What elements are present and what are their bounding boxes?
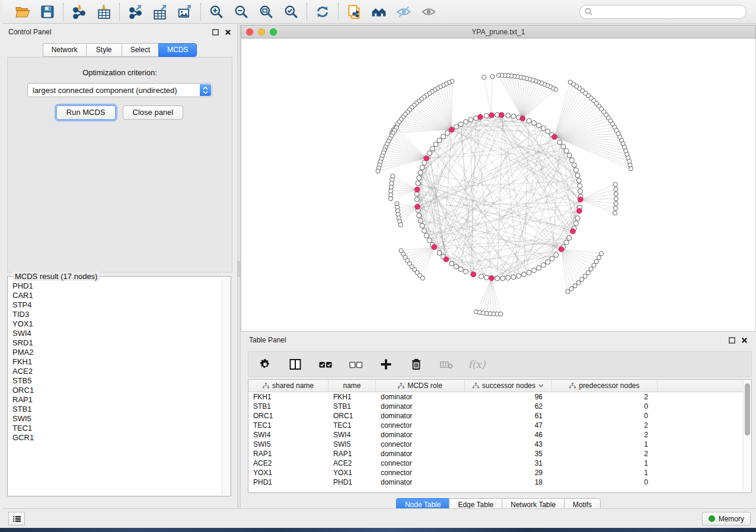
result-list-item[interactable]: ACE2 (12, 367, 222, 376)
export-image-icon[interactable] (177, 4, 193, 20)
result-list-item[interactable]: SWI5 (12, 414, 222, 424)
table-scrollbar[interactable] (743, 380, 751, 492)
cell-mcds_role: dominator (376, 478, 465, 486)
show-column-icon[interactable] (288, 357, 302, 371)
cell-predecessor_nodes: 0 (552, 478, 658, 486)
result-list-item[interactable]: PHD1 (12, 281, 222, 291)
column-header-MCDS-role[interactable]: MCDS role (376, 380, 465, 392)
node-table-rows[interactable]: FKH1FKH1dominator962STB1STB1dominator620… (248, 392, 743, 492)
run-mcds-button[interactable]: Run MCDS (56, 105, 116, 120)
zoom-fit-icon[interactable] (258, 4, 275, 20)
zoom-in-icon[interactable] (208, 4, 225, 20)
table-row[interactable]: ACE2ACE2connector311 (248, 459, 743, 468)
settings-gear-icon[interactable] (258, 357, 272, 371)
import-table-icon[interactable] (95, 4, 112, 20)
mcds-panel: Optimization criterion: largest connecte… (7, 57, 232, 273)
refresh-view-icon[interactable] (314, 4, 331, 20)
export-network-icon[interactable] (127, 4, 143, 20)
open-file-icon[interactable] (14, 4, 31, 20)
table-row[interactable]: FKH1FKH1dominator962 (248, 392, 743, 402)
tab-style[interactable]: Style (86, 43, 122, 57)
cell-name: ACE2 (328, 459, 376, 467)
result-list-item[interactable]: GCR1 (12, 433, 222, 443)
status-bar: Memory (2, 508, 756, 528)
zoom-selected-icon[interactable] (283, 4, 299, 20)
network-window: YPA_prune.txt_1 (241, 25, 756, 332)
result-list-item[interactable]: FKH1 (12, 357, 222, 367)
cell-predecessor_nodes: 1 (552, 469, 658, 477)
cell-successor_nodes: 43 (465, 440, 552, 448)
table-row[interactable]: SWI4SWI4dominator462 (248, 430, 743, 440)
column-header-predecessor-nodes[interactable]: predecessor nodes (552, 380, 658, 392)
node-table-header[interactable]: shared namenameMCDS rolesuccessor nodesp… (248, 380, 751, 392)
column-header-name[interactable]: name (328, 380, 376, 392)
delete-column-icon[interactable] (409, 357, 423, 371)
import-network-icon[interactable] (71, 4, 87, 20)
tab-select[interactable]: Select (122, 43, 158, 57)
table-row[interactable]: PHD1PHD1dominator180 (248, 477, 743, 487)
result-list-item[interactable]: CAR1 (12, 291, 222, 300)
graph-leaf-nodes (376, 73, 633, 316)
table-panel: Table Panel f(x) shared namenameMCDS rol… (241, 333, 756, 508)
search-icon (585, 8, 592, 15)
cell-name: FKH1 (328, 393, 376, 401)
add-column-icon[interactable] (379, 357, 393, 371)
first-neighbors-icon[interactable] (371, 4, 387, 20)
table-row[interactable]: ORC1ORC1dominator610 (248, 411, 743, 421)
network-titlebar[interactable]: YPA_prune.txt_1 (241, 25, 756, 39)
result-list-item[interactable]: STB5 (12, 376, 222, 386)
cell-mcds_role: dominator (376, 402, 465, 411)
result-list-item[interactable]: STB1 (12, 405, 222, 414)
cell-shared_name: SWI4 (248, 431, 328, 439)
result-list-item[interactable]: PMA2 (12, 348, 222, 357)
result-list-item[interactable]: SWI4 (12, 329, 222, 338)
deselect-all-icon[interactable] (349, 357, 363, 371)
mcds-result-group: MCDS result (17 nodes) PHD1CAR1STP4TID3Y… (7, 276, 231, 496)
table-toolbar: f(x) (248, 351, 752, 377)
float-panel-icon[interactable] (212, 29, 219, 36)
select-all-icon[interactable] (318, 357, 333, 371)
network-canvas[interactable] (241, 39, 756, 332)
result-list-item[interactable]: TID3 (12, 310, 222, 319)
column-header-shared-name[interactable]: shared name (248, 380, 328, 392)
tab-network[interactable]: Network (43, 43, 86, 57)
cell-predecessor_nodes: 2 (552, 450, 658, 458)
result-list-item[interactable]: TEC1 (12, 424, 222, 433)
table-row[interactable]: YOX1YOX1connector291 (248, 468, 743, 477)
control-panel-titlebar: Control Panel (2, 24, 237, 40)
float-table-panel-icon[interactable] (729, 337, 735, 344)
memory-button[interactable]: Memory (702, 512, 751, 525)
show-all-icon[interactable] (420, 4, 437, 20)
column-namespace-icon (473, 383, 479, 389)
table-panel-titlebar: Table Panel (241, 333, 756, 347)
close-table-panel-icon[interactable] (741, 337, 748, 344)
hide-selected-icon[interactable] (395, 4, 412, 20)
column-header-successor-nodes[interactable]: successor nodes (465, 380, 552, 392)
tab-mcds[interactable]: MCDS (158, 43, 197, 57)
table-row[interactable]: RAP1RAP1dominator352 (248, 449, 743, 459)
close-panel-button[interactable]: Close panel (123, 105, 184, 120)
result-list-item[interactable]: ORC1 (12, 386, 222, 395)
table-row[interactable]: SWI5SWI5connector431 (248, 440, 743, 449)
node-table[interactable]: shared namenameMCDS rolesuccessor nodesp… (248, 379, 752, 493)
result-list-item[interactable]: YOX1 (12, 319, 222, 329)
search-field[interactable] (579, 5, 747, 19)
zoom-out-icon[interactable] (233, 4, 250, 20)
save-session-icon[interactable] (39, 4, 56, 20)
close-panel-icon[interactable] (225, 29, 231, 36)
mcds-result-list[interactable]: PHD1CAR1STP4TID3YOX1SWI4SRD1PMA2FKH1ACE2… (8, 277, 222, 495)
cell-mcds_role: connector (376, 440, 465, 448)
table-scrollbar-thumb[interactable] (745, 383, 750, 435)
table-row[interactable]: STB1STB1dominator620 (248, 402, 743, 411)
result-list-item[interactable]: RAP1 (12, 395, 222, 405)
criterion-dropdown[interactable]: largest connected component (undirected) (27, 83, 212, 97)
export-table-icon[interactable] (152, 4, 168, 20)
result-list-item[interactable]: STP4 (12, 300, 222, 310)
task-history-button[interactable] (8, 512, 25, 525)
result-list-item[interactable]: SRD1 (12, 338, 222, 348)
splitter-handle[interactable] (238, 261, 240, 277)
mcds-result-scrollbar[interactable] (222, 277, 230, 495)
duplicate-network-icon[interactable] (346, 4, 362, 20)
table-row[interactable]: TEC1TEC1connector472 (248, 421, 743, 430)
search-input[interactable] (595, 8, 741, 16)
